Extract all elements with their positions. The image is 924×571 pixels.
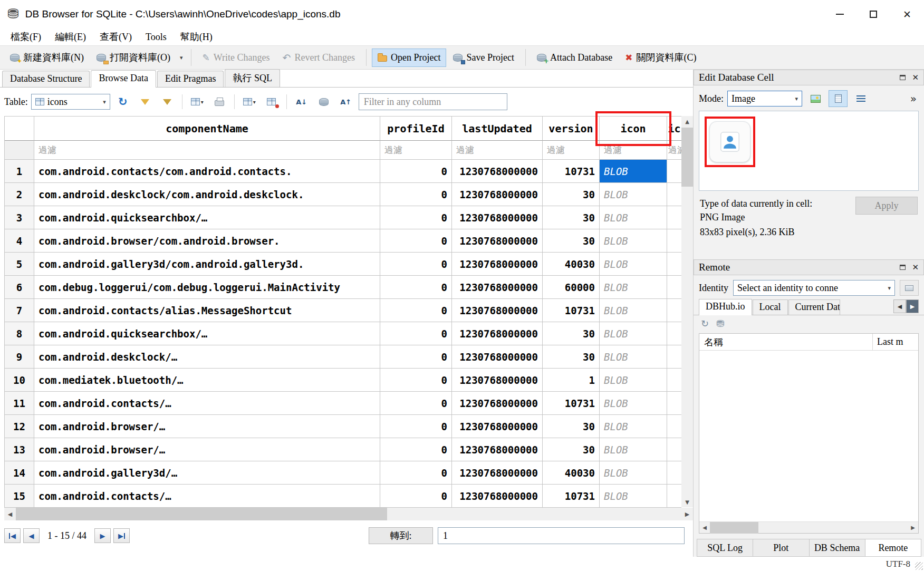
scroll-left-icon[interactable]: ◀ [699,522,710,534]
save-project-button[interactable]: Save Project [447,49,519,67]
remote-horizontal-scrollbar[interactable]: ◀ ▶ [699,521,918,533]
row-number[interactable]: 8 [5,322,34,345]
row-number[interactable]: 2 [5,183,34,206]
scroll-right-icon[interactable]: ▶ [908,522,918,534]
column-header-componentName[interactable]: componentName [34,117,380,141]
open-database-dropdown[interactable]: ▾ [177,51,186,64]
cell-componentName[interactable]: com.mediatek.bluetooth/… [34,369,380,392]
cell-overflow[interactable] [667,322,681,345]
row-number[interactable]: 9 [5,345,34,369]
cell-lastUpdated[interactable]: 1230768000000 [452,183,543,206]
cell-profileId[interactable]: 0 [380,345,452,369]
menu-tools[interactable]: Tools [139,30,173,44]
cell-icon[interactable]: BLOB [600,276,667,299]
cell-version[interactable]: 40030 [543,253,600,276]
cell-icon[interactable]: BLOB [600,183,667,206]
cell-lastUpdated[interactable]: 1230768000000 [452,253,543,276]
cell-overflow[interactable] [667,253,681,276]
scrollbar-thumb[interactable] [16,508,387,520]
apply-button[interactable]: Apply [855,197,918,215]
column-header-icon[interactable]: icon [600,117,667,141]
cell-lastUpdated[interactable]: 1230768000000 [452,160,543,183]
cell-version[interactable]: 1 [543,369,600,392]
cell-version[interactable]: 30 [543,183,600,206]
cell-icon[interactable]: BLOB [600,345,667,369]
cell-profileId[interactable]: 0 [380,485,452,508]
cell-componentName[interactable]: com.android.deskclock/com.android.deskcl… [34,183,380,206]
row-number[interactable]: 13 [5,438,34,461]
cell-icon[interactable]: BLOB [600,299,667,322]
cell-lastUpdated[interactable]: 1230768000000 [452,345,543,369]
cell-version[interactable]: 40030 [543,461,600,485]
cell-componentName[interactable]: com.debug.loggerui/com.debug.loggerui.Ma… [34,276,380,299]
scrollbar-thumb[interactable] [681,128,693,187]
cell-version[interactable]: 10731 [543,299,600,322]
refresh-remote-button[interactable]: ↻ [701,319,709,328]
mode-select[interactable]: Image ▾ [727,91,802,107]
tabs-scroll-left-button[interactable]: ◀ [893,299,906,313]
cell-icon[interactable]: BLOB [600,253,667,276]
tab-db-schema[interactable]: DB Schema [809,539,865,557]
import-data-button[interactable] [806,90,825,107]
last-page-button[interactable]: ▶ [113,528,130,543]
cell-lastUpdated[interactable]: 1230768000000 [452,461,543,485]
tab-sql-log[interactable]: SQL Log [697,539,753,557]
cell-profileId[interactable]: 0 [380,415,452,438]
cell-componentName[interactable]: com.android.deskclock/… [34,345,380,369]
row-number[interactable]: 11 [5,392,34,415]
close-panel-icon[interactable]: ✕ [912,73,919,82]
close-button[interactable]: ✕ [890,0,924,28]
tab-current-database[interactable]: Current Dat [788,299,840,315]
scroll-right-icon[interactable]: ▶ [681,508,693,520]
horizontal-scrollbar[interactable]: ◀ ▶ [4,508,693,520]
filter-input-version[interactable]: 過濾 [543,141,600,160]
float-panel-icon[interactable] [900,265,906,270]
column-header-version[interactable]: version [543,117,600,141]
encoding-label[interactable]: UTF-8 [886,559,910,569]
scroll-up-icon[interactable]: ▲ [681,116,693,127]
tab-database-structure[interactable]: Database Structure [2,71,90,87]
sort-ascending-button[interactable]: A↓ [292,93,311,111]
cell-profileId[interactable]: 0 [380,299,452,322]
row-number[interactable]: 5 [5,253,34,276]
cell-version[interactable]: 30 [543,438,600,461]
goto-input[interactable] [438,527,685,544]
more-tools-chevron[interactable]: » [910,92,919,105]
cell-overflow[interactable] [667,392,681,415]
filter-input-lastUpdated[interactable]: 過濾 [452,141,543,160]
cell-overflow[interactable] [667,369,681,392]
cell-icon[interactable]: BLOB [600,485,667,508]
row-number[interactable]: 3 [5,206,34,229]
cell-overflow[interactable] [667,438,681,461]
insert-record-button[interactable]: ▾ [240,93,259,111]
cell-overflow[interactable] [667,229,681,253]
tab-plot[interactable]: Plot [753,539,809,557]
row-number[interactable]: 15 [5,485,34,508]
menu-view[interactable]: 查看(V) [93,29,138,45]
cell-profileId[interactable]: 0 [380,322,452,345]
tab-local[interactable]: Local [753,299,788,315]
tabs-scroll-right-button[interactable]: ▶ [906,299,919,313]
filter-input-componentName[interactable]: 過濾 [34,141,380,160]
row-number[interactable]: 1 [5,160,34,183]
scroll-down-icon[interactable]: ▼ [681,497,693,507]
cell-icon[interactable]: BLOB [600,415,667,438]
row-number[interactable]: 14 [5,461,34,485]
open-project-button[interactable]: Open Project [372,49,446,67]
tab-remote[interactable]: Remote [865,539,921,557]
cell-icon[interactable]: BLOB [600,438,667,461]
cell-profileId[interactable]: 0 [380,392,452,415]
tab-browse-data[interactable]: Browse Data [91,70,156,88]
cell-overflow[interactable] [667,160,681,183]
maximize-button[interactable] [856,0,890,28]
tab-execute-sql[interactable]: 執行 SQL [225,69,280,87]
cell-componentName[interactable]: com.android.gallery3d/com.android.galler… [34,253,380,276]
cell-componentName[interactable]: com.android.contacts/com.android.contact… [34,160,380,183]
cell-profileId[interactable]: 0 [380,206,452,229]
cell-componentName[interactable]: com.android.browser/… [34,438,380,461]
float-panel-icon[interactable] [900,75,906,80]
new-record-button[interactable]: ▾ [188,93,207,111]
scrollbar-thumb[interactable] [710,522,758,534]
filter-input-profileId[interactable]: 過濾 [380,141,452,160]
cell-profileId[interactable]: 0 [380,229,452,253]
